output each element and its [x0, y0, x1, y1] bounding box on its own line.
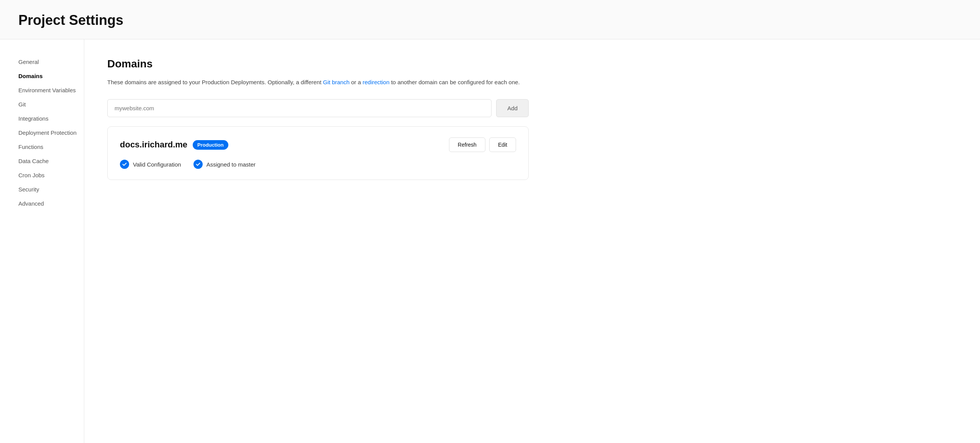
sidebar-item-git[interactable]: Git [18, 97, 84, 111]
sidebar-item-general[interactable]: General [18, 55, 84, 69]
sidebar-item-deployment-protection[interactable]: Deployment Protection [18, 126, 84, 140]
description-text-end: to another domain can be configured for … [390, 79, 520, 85]
domain-input[interactable] [107, 99, 492, 117]
edit-button[interactable]: Edit [489, 137, 516, 152]
domain-input-row: Add [107, 99, 529, 117]
description-text-middle: or a [349, 79, 362, 85]
assigned-master-check-icon [193, 160, 203, 169]
sidebar-item-integrations[interactable]: Integrations [18, 111, 84, 126]
redirection-link[interactable]: redirection [362, 79, 389, 85]
domain-name-section: docs.irichard.me Production [120, 140, 228, 150]
sidebar-item-functions[interactable]: Functions [18, 140, 84, 154]
status-item-assigned-master: Assigned to master [193, 160, 256, 169]
sidebar-item-environment-variables[interactable]: Environment Variables [18, 83, 84, 97]
refresh-button[interactable]: Refresh [449, 137, 485, 152]
sidebar-item-data-cache[interactable]: Data Cache [18, 154, 84, 168]
status-item-valid-config: Valid Configuration [120, 160, 181, 169]
main-content: Domains These domains are assigned to yo… [84, 39, 980, 443]
git-branch-link[interactable]: Git branch [323, 79, 349, 85]
production-badge: Production [193, 140, 228, 150]
sidebar-item-domains[interactable]: Domains [18, 69, 84, 83]
assigned-master-label: Assigned to master [206, 161, 256, 168]
valid-config-check-icon [120, 160, 129, 169]
domain-name: docs.irichard.me [120, 140, 187, 150]
checkmark-svg-2 [195, 162, 201, 167]
valid-config-label: Valid Configuration [133, 161, 181, 168]
domains-title: Domains [107, 58, 957, 70]
add-domain-button[interactable]: Add [496, 99, 529, 117]
sidebar-item-advanced[interactable]: Advanced [18, 196, 84, 211]
description-text-start: These domains are assigned to your Produ… [107, 79, 323, 85]
page-main-title: Project Settings [18, 12, 962, 28]
checkmark-svg [122, 162, 127, 167]
domain-card-status: Valid Configuration Assigned to master [120, 160, 516, 169]
domain-card-actions: Refresh Edit [449, 137, 516, 152]
domain-card-header: docs.irichard.me Production Refresh Edit [120, 137, 516, 152]
sidebar-item-cron-jobs[interactable]: Cron Jobs [18, 168, 84, 182]
domains-description: These domains are assigned to your Produ… [107, 78, 529, 87]
page-header: Project Settings [0, 0, 980, 39]
main-layout: General Domains Environment Variables Gi… [0, 39, 980, 443]
sidebar: General Domains Environment Variables Gi… [0, 39, 84, 443]
domain-card: docs.irichard.me Production Refresh Edit… [107, 126, 529, 180]
sidebar-item-security[interactable]: Security [18, 182, 84, 196]
